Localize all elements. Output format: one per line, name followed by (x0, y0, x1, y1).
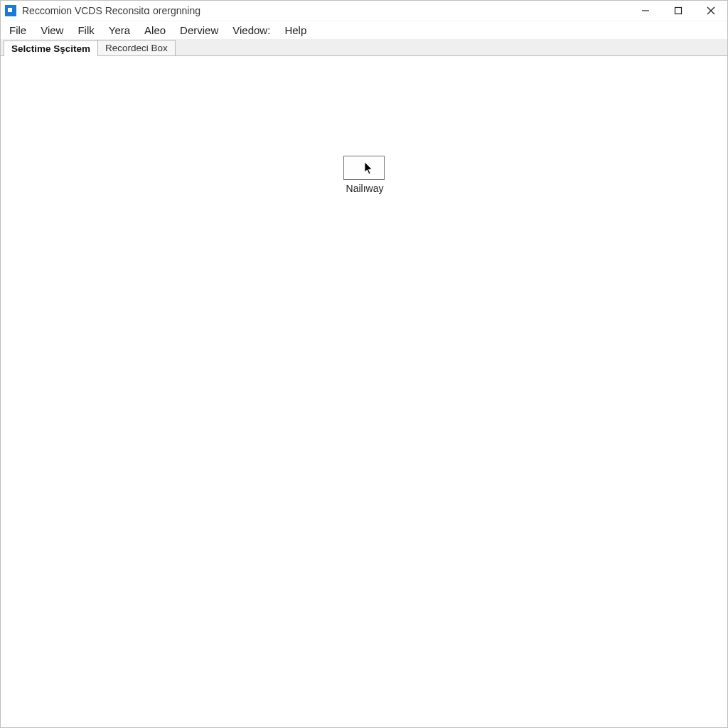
menu-aleo[interactable]: Aleo (137, 23, 173, 38)
menu-help[interactable]: Help (277, 23, 314, 38)
canvas-item-nailway[interactable]: Nailıway (343, 156, 386, 194)
maximize-button[interactable] (662, 1, 695, 21)
canvas-item-box[interactable] (343, 156, 385, 180)
menu-derview[interactable]: Derview (173, 23, 225, 38)
canvas-item-label: Nailıway (343, 183, 386, 194)
tab-recorded-box[interactable]: Recordeci Box (97, 40, 176, 55)
tabstrip: Selctime Sşcitem Recordeci Box (1, 39, 727, 56)
menu-yera[interactable]: Yera (102, 23, 137, 38)
minimize-button[interactable] (629, 1, 662, 21)
app-window: Reccomion VCDS Reconsitɑ orergnning (0, 0, 728, 728)
svg-marker-4 (365, 162, 372, 174)
tab-label: Selctime Sşcitem (11, 43, 90, 54)
menu-viedow[interactable]: Viedow: (225, 23, 277, 38)
svg-rect-1 (675, 8, 682, 14)
close-button[interactable] (695, 1, 727, 21)
menu-filk[interactable]: Filk (70, 23, 101, 38)
menu-view[interactable]: View (33, 23, 70, 38)
titlebar: Reccomion VCDS Reconsitɑ orergnning (1, 1, 727, 21)
tab-selctime-system[interactable]: Selctime Sşcitem (4, 41, 98, 56)
maximize-icon (674, 6, 682, 15)
minimize-icon (641, 6, 650, 15)
app-icon (5, 5, 16, 16)
canvas-area[interactable]: Nailıway (1, 56, 727, 727)
menubar: File View Filk Yera Aleo Derview Viedow:… (1, 21, 727, 39)
cursor-icon (365, 162, 375, 176)
window-title: Reccomion VCDS Reconsitɑ orergnning (22, 5, 200, 16)
menu-file[interactable]: File (2, 23, 33, 38)
tab-label: Recordeci Box (105, 43, 168, 53)
window-controls (629, 1, 727, 21)
close-icon (707, 6, 715, 15)
